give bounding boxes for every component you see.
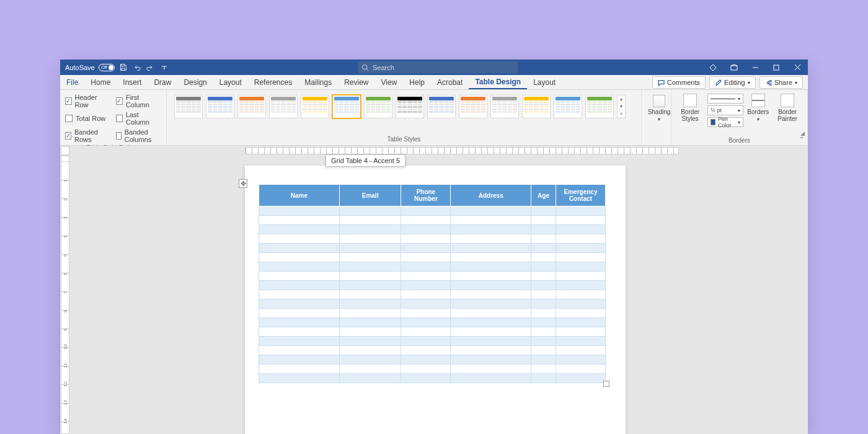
tab-help[interactable]: Help (403, 75, 431, 89)
table-row[interactable] (259, 216, 606, 225)
comments-button[interactable]: Comments (652, 76, 706, 89)
table-cell[interactable] (259, 206, 340, 216)
table-cell[interactable] (339, 272, 401, 281)
tab-draw[interactable]: Draw (148, 75, 177, 89)
save-icon[interactable] (118, 63, 128, 73)
table-style-thumb[interactable] (427, 95, 456, 118)
tab-home[interactable]: Home (84, 75, 117, 89)
table-cell[interactable] (556, 281, 606, 290)
table-cell[interactable] (556, 346, 606, 355)
table-style-thumb[interactable] (554, 95, 582, 118)
vertical-ruler[interactable]: 12345678910111213141516171819 (61, 156, 69, 434)
autosave-toggle[interactable]: Off (99, 64, 115, 71)
table-cell[interactable] (531, 281, 556, 290)
table-cell[interactable] (556, 318, 606, 327)
table-row[interactable] (259, 374, 606, 383)
table-cell[interactable] (556, 337, 606, 346)
table-cell[interactable] (339, 262, 401, 272)
page[interactable]: ✥ NameEmailPhone NumberAddressAgeEmergen… (245, 166, 626, 434)
table-cell[interactable] (556, 299, 606, 309)
table-cell[interactable] (531, 299, 556, 309)
table-cell[interactable] (401, 281, 451, 290)
table-cell[interactable] (259, 225, 340, 234)
border-styles-button[interactable]: Border Styles (676, 94, 704, 127)
table-cell[interactable] (531, 327, 556, 337)
table-cell[interactable] (451, 299, 531, 309)
table-cell[interactable] (259, 355, 340, 365)
table-resize-handle[interactable] (603, 381, 609, 387)
table-cell[interactable] (259, 290, 340, 299)
shading-button[interactable]: Shading ▾ (647, 92, 671, 122)
table-style-thumb[interactable] (522, 95, 551, 118)
table-cell[interactable] (531, 262, 556, 272)
pen-color-dropdown[interactable]: Pen Color▾ (707, 117, 743, 127)
table-cell[interactable] (339, 281, 401, 290)
table-cell[interactable] (339, 318, 401, 327)
table-cell[interactable] (556, 290, 606, 299)
tab-layout-contextual[interactable]: Layout (527, 75, 562, 89)
table-style-thumb[interactable] (490, 95, 519, 118)
table-style-thumb[interactable] (237, 95, 266, 118)
table-row[interactable] (259, 262, 606, 272)
tab-review[interactable]: Review (338, 75, 374, 89)
table-header-cell[interactable]: Phone Number (401, 185, 451, 206)
table-cell[interactable] (259, 272, 340, 281)
table-cell[interactable] (451, 234, 531, 244)
table-cell[interactable] (451, 206, 531, 216)
table-header-cell[interactable]: Email (339, 185, 401, 206)
table-move-handle[interactable]: ✥ (239, 179, 247, 188)
table-cell[interactable] (451, 244, 531, 253)
table-cell[interactable] (531, 318, 556, 327)
table-cell[interactable] (556, 253, 606, 262)
table-row[interactable] (259, 244, 606, 253)
table-cell[interactable] (401, 365, 451, 374)
table-cell[interactable] (339, 299, 401, 309)
table-cell[interactable] (401, 216, 451, 225)
table-cell[interactable] (259, 327, 340, 337)
chk-banded-columns[interactable]: Banded Columns (116, 128, 161, 143)
table-cell[interactable] (451, 346, 531, 355)
chk-header-row[interactable]: Header Row (65, 94, 107, 108)
table-row[interactable] (259, 365, 606, 374)
table-cell[interactable] (451, 272, 531, 281)
tab-design[interactable]: Design (177, 75, 213, 89)
table-cell[interactable] (259, 365, 340, 374)
share-button[interactable]: Share ▾ (760, 76, 803, 89)
table-cell[interactable] (556, 355, 606, 365)
search-input[interactable]: Search (358, 61, 518, 73)
table-cell[interactable] (451, 365, 531, 374)
table-cell[interactable] (339, 253, 401, 262)
editing-button[interactable]: Editing ▾ (709, 76, 756, 89)
table-cell[interactable] (531, 206, 556, 216)
table-cell[interactable] (556, 374, 606, 383)
table-cell[interactable] (451, 225, 531, 234)
table-cell[interactable] (339, 244, 401, 253)
undo-icon[interactable] (132, 63, 142, 73)
table-cell[interactable] (259, 346, 340, 355)
diamond-icon[interactable] (702, 60, 724, 75)
table-row[interactable] (259, 206, 606, 216)
table-header-cell[interactable]: Emergency Contact (556, 185, 606, 206)
line-style-dropdown[interactable]: ▾ (707, 94, 743, 104)
table-cell[interactable] (531, 337, 556, 346)
table-cell[interactable] (531, 365, 556, 374)
table-cell[interactable] (259, 234, 340, 244)
table-row[interactable] (259, 337, 606, 346)
table-row[interactable] (259, 309, 606, 318)
table-cell[interactable] (259, 309, 340, 318)
table-cell[interactable] (531, 244, 556, 253)
table-row[interactable] (259, 327, 606, 337)
table-cell[interactable] (531, 355, 556, 365)
table-cell[interactable] (531, 309, 556, 318)
table-cell[interactable] (451, 355, 531, 365)
table-cell[interactable] (531, 374, 556, 383)
table-cell[interactable] (451, 253, 531, 262)
table-cell[interactable] (556, 206, 606, 216)
table-cell[interactable] (401, 225, 451, 234)
maximize-button[interactable] (766, 60, 787, 75)
table-cell[interactable] (401, 337, 451, 346)
table-style-thumb[interactable] (174, 95, 203, 118)
table-cell[interactable] (451, 262, 531, 272)
document-table[interactable]: NameEmailPhone NumberAddressAgeEmergency… (259, 184, 606, 383)
table-cell[interactable] (531, 290, 556, 299)
